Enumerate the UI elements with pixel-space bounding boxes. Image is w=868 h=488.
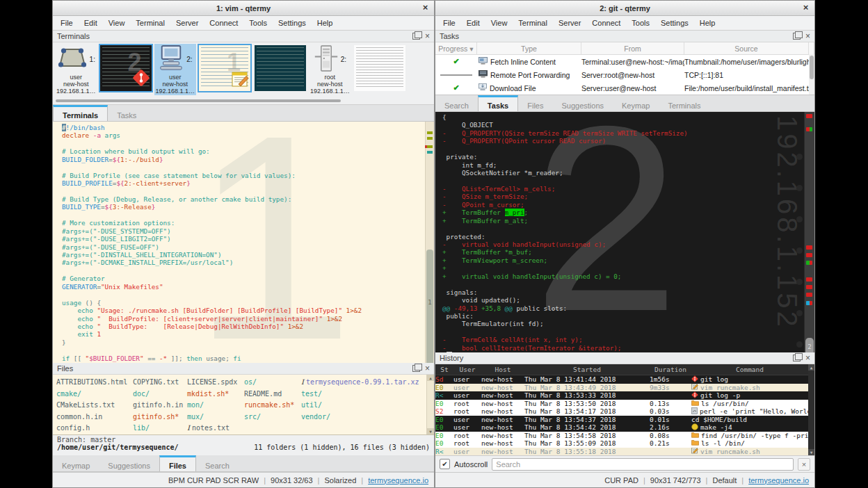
terminals-dock-header[interactable]: Terminals × (53, 31, 434, 42)
menu-item-help[interactable]: Help (694, 17, 721, 29)
file-entry[interactable]: os/ (244, 377, 294, 389)
tasks-scrollbar[interactable] (809, 54, 814, 95)
file-entry[interactable]: Inotes.txt (187, 423, 237, 434)
tab-terminals[interactable]: Terminals (659, 95, 709, 111)
terminal-vim[interactable]: 1 192.168.1.152 #!/bin/bashdeclare -a ar… (53, 122, 434, 363)
tab-terminals[interactable]: Terminals (53, 105, 108, 121)
history-row[interactable]: Sdusernew-hostThu Mar 8 13:41:44 20181m5… (435, 375, 814, 384)
file-entry[interactable]: cmake/ (56, 389, 127, 400)
menu-item-server[interactable]: Server (553, 17, 586, 29)
autoscroll-checkbox[interactable]: ✔ (440, 459, 450, 469)
history-search-input[interactable] (492, 458, 794, 471)
terminal-thumbnail[interactable] (353, 44, 407, 92)
menu-item-view[interactable]: View (485, 17, 513, 29)
close-dock-icon[interactable]: × (425, 365, 430, 372)
file-entry[interactable]: common.h.in (56, 412, 127, 423)
terminal-thumbnail[interactable]: 2 (99, 44, 153, 92)
file-entry[interactable]: README.md (244, 389, 294, 400)
terminal-thumbnail[interactable]: 1 (198, 44, 252, 92)
tab-keymap[interactable]: Keymap (53, 455, 99, 471)
menu-item-view[interactable]: View (103, 17, 131, 29)
titlebar-git[interactable]: 2: git - qtermy × (435, 1, 814, 16)
history-row[interactable]: E0usernew-hostThu Mar 8 13:54:42 20182.1… (435, 423, 814, 432)
files-scrollbar[interactable]: ▲ ▼ (426, 375, 434, 434)
tab-search[interactable]: Search (435, 95, 478, 111)
file-entry[interactable]: mkdist.sh* (187, 389, 237, 400)
file-entry[interactable]: LICENSE.spdx (187, 377, 237, 389)
git-scrollbar[interactable]: 2 (804, 112, 814, 352)
tab-files[interactable]: Files (159, 455, 196, 471)
column-header-source[interactable]: Source (684, 42, 809, 54)
menu-item-edit[interactable]: Edit (79, 17, 103, 29)
float-dock-icon[interactable] (412, 365, 420, 372)
history-row[interactable]: E0rootnew-hostThu Mar 8 13:54:58 20180.0… (435, 432, 814, 440)
tasks-dock-header[interactable]: Tasks × (435, 31, 814, 42)
server-item[interactable]: 2:rootnew-host192.168.1.1… (309, 44, 351, 95)
menu-item-edit[interactable]: Edit (461, 17, 485, 29)
menu-item-file[interactable]: File (55, 17, 79, 29)
file-entry[interactable]: ATTRIBUTIONS.html (56, 377, 127, 389)
file-entry[interactable]: doc/ (133, 389, 183, 400)
task-row[interactable]: Remote Port ForwardingServer:root@new-ho… (435, 68, 814, 81)
history-scrollbar[interactable]: ▲ ▼ (808, 364, 814, 455)
column-header-host[interactable]: Host (481, 366, 524, 373)
files-list[interactable]: ▲ ▼ ATTRIBUTIONS.htmlcmake/CMakeLists.tx… (53, 375, 434, 435)
tab-keymap[interactable]: Keymap (613, 95, 659, 111)
menu-item-server[interactable]: Server (170, 17, 204, 29)
server-item[interactable]: 2:usernew-host192.168.1.1… (154, 44, 197, 95)
files-dock-header[interactable]: Files × (53, 363, 434, 375)
menu-item-help[interactable]: Help (312, 17, 339, 29)
task-row[interactable]: ✔Fetch Inline ContentTerminal:user@new-h… (435, 55, 814, 68)
menu-item-connect[interactable]: Connect (586, 17, 626, 29)
tab-suggestions[interactable]: Suggestions (99, 455, 159, 471)
close-dock-icon[interactable]: × (805, 33, 810, 40)
menu-item-settings[interactable]: Settings (655, 17, 694, 29)
file-entry[interactable]: mux/ (187, 412, 237, 423)
file-entry[interactable]: Itermysequence-0.99.1.tar.xz (301, 377, 419, 389)
history-row[interactable]: E0usernew-hostThu Mar 8 13:54:37 20180.0… (435, 416, 814, 424)
column-header-from[interactable]: From (581, 42, 684, 54)
history-row[interactable]: E0rootnew-hostThu Mar 8 13:55:09 20180.2… (435, 439, 814, 448)
menu-item-connect[interactable]: Connect (204, 17, 243, 29)
column-header-type[interactable]: Type (477, 42, 581, 54)
float-dock-icon[interactable] (412, 33, 420, 40)
column-header-user[interactable]: User (453, 366, 481, 373)
tab-search[interactable]: Search (196, 455, 239, 471)
close-icon[interactable]: × (420, 2, 431, 13)
file-entry[interactable]: COPYING.txt (133, 377, 183, 389)
file-entry[interactable]: util/ (301, 400, 419, 412)
close-dock-icon[interactable]: × (425, 33, 430, 40)
menu-item-settings[interactable]: Settings (273, 17, 312, 29)
task-row[interactable]: ✔Download FileServer:user@new-hostFile:/… (435, 81, 814, 95)
close-icon[interactable]: × (801, 2, 811, 13)
float-dock-icon[interactable] (793, 355, 801, 361)
tab-tasks[interactable]: Tasks (108, 105, 145, 121)
float-dock-icon[interactable] (793, 33, 801, 40)
history-row[interactable]: S2rootnew-hostThu Mar 8 13:54:17 20180.0… (435, 407, 814, 416)
tab-files[interactable]: Files (518, 95, 552, 111)
menu-item-terminal[interactable]: Terminal (513, 17, 553, 29)
menu-item-file[interactable]: File (437, 17, 461, 29)
termysequence-link[interactable]: termysequence.io (748, 476, 809, 485)
file-entry[interactable]: config.h (56, 423, 127, 434)
file-entry[interactable]: mon/ (187, 400, 237, 412)
menu-item-tools[interactable]: Tools (626, 17, 655, 29)
tab-tasks[interactable]: Tasks (478, 95, 518, 111)
thumbnails-scrollbar[interactable] (53, 98, 434, 105)
column-header-duration[interactable]: Duration (650, 366, 691, 373)
history-dock-header[interactable]: History × (435, 352, 814, 364)
vim-scrollbar[interactable]: 1 (425, 122, 434, 363)
file-entry[interactable]: gitinfo.h.in (133, 400, 183, 412)
titlebar-vim[interactable]: 1: vim - qtermy × (53, 1, 434, 16)
file-entry[interactable]: lib/ (133, 423, 183, 434)
terminal-git[interactable]: 2 192.168.1.152 { Q_OBJECT- Q_PROPERTY(Q… (435, 112, 814, 352)
file-entry[interactable]: CMakeLists.txt (56, 400, 127, 412)
history-row[interactable]: E0usernew-hostThu Mar 8 13:43:49 20189m3… (435, 384, 814, 392)
clear-search-icon[interactable]: × (798, 458, 810, 471)
file-entry[interactable]: src/ (244, 412, 294, 423)
history-row[interactable]: R<usernew-hostThu Mar 8 13:55:18 2018vim… (435, 448, 814, 456)
vim-scrollbar-thumb[interactable] (426, 250, 433, 363)
history-row[interactable]: E0rootnew-hostThu Mar 8 13:53:50 20180.1… (435, 400, 814, 408)
file-entry[interactable]: gitinfo.sh* (133, 412, 183, 423)
file-entry[interactable]: vendor/ (301, 412, 419, 423)
